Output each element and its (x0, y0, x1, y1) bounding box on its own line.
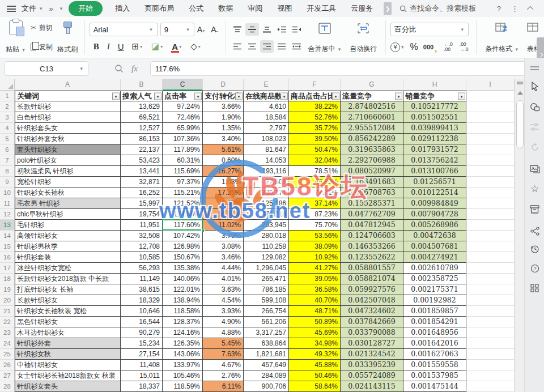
cell-B26[interactable]: 11,408 (121, 360, 163, 370)
cell-D18[interactable]: 4.01% (203, 274, 244, 284)
cell-I12[interactable] (466, 209, 515, 220)
cell-G27[interactable]: 0.055724089 (341, 370, 403, 381)
cell-H10[interactable]: 0.010122514 (403, 188, 466, 198)
cell-H22[interactable]: 0.001854291 (403, 317, 466, 327)
cell-F5[interactable]: 39.50% (289, 134, 341, 144)
cell-A8[interactable]: 初秋温柔风 针织衫 (15, 166, 121, 177)
file-menu-caret-icon[interactable]: ▾ (40, 6, 42, 11)
cell-F7[interactable]: 32.04% (289, 155, 341, 166)
cell-C19[interactable]: 122.01% (163, 284, 203, 295)
star-icon[interactable]: ☆ (529, 184, 540, 194)
cell-A19[interactable]: 打底针织衫女 长袖 (15, 284, 121, 295)
cell-F20[interactable]: 40.70% (289, 295, 341, 306)
row-header-1[interactable]: 1 (0, 91, 15, 101)
column-header-D[interactable]: D (203, 79, 244, 91)
cell-B9[interactable]: 32,871 (121, 177, 163, 188)
cell-G8[interactable]: 0.080520997 (341, 166, 403, 177)
cell-F25[interactable]: 49.32% (289, 349, 341, 360)
cell-I2[interactable] (466, 101, 515, 112)
cell-E20[interactable]: 599,108 (244, 295, 289, 306)
cell-I3[interactable] (466, 112, 515, 123)
cell-I13[interactable] (466, 220, 515, 231)
cell-D14[interactable]: 3.79% (203, 231, 244, 241)
cell-E18[interactable]: 265,471 (244, 274, 289, 284)
column-header-A[interactable]: A (15, 79, 121, 91)
main-menu-icon[interactable] (7, 6, 16, 12)
cell-C23[interactable]: 124.16% (163, 327, 203, 338)
cell-H9[interactable]: 0.01256571 (403, 177, 466, 188)
cell-B10[interactable]: 16,252 (121, 188, 163, 198)
cell-D7[interactable]: 0.60% (203, 155, 244, 166)
cell-G24[interactable]: 0.030128727 (341, 338, 403, 349)
formula-input[interactable]: 117.6% (150, 61, 525, 76)
pointer-icon[interactable] (529, 81, 540, 92)
cell-A17[interactable]: 冰丝针织衫女宽松 (15, 263, 121, 274)
cell-F9[interactable]: 45.89% (289, 177, 341, 188)
cell-H25[interactable]: 0.001627063 (403, 349, 466, 360)
borders-button[interactable]: ⊞▾ (132, 41, 144, 52)
tab-cloud[interactable]: 云服务 (351, 3, 373, 14)
copy-button[interactable]: 复制 (31, 40, 53, 54)
header-cell-D[interactable]: 支付转化率▾ (203, 91, 244, 101)
cell-B16[interactable]: 10,585 (121, 252, 163, 263)
cell-I8[interactable] (466, 166, 515, 177)
cell-A27[interactable]: 女士针织衫长袖2018新款女 秋装 (15, 370, 121, 381)
cell-D25[interactable]: 7.63% (203, 349, 244, 360)
shapes-icon[interactable] (529, 101, 540, 112)
cell-D11[interactable]: 6.43% (203, 198, 244, 209)
cell-E9[interactable]: 27,509 (244, 177, 289, 188)
cell-I24[interactable] (466, 338, 515, 349)
cell-F13[interactable]: 75.70% (289, 220, 341, 231)
filter-button[interactable]: ▾ (395, 92, 402, 100)
merge-center-button[interactable]: 合并居中 ▾ (308, 21, 342, 54)
cell-D27[interactable]: 2.76% (203, 370, 244, 381)
cell-A3[interactable]: 白色针织衫 (15, 112, 121, 123)
cell-B23[interactable]: 90,279 (121, 327, 163, 338)
cell-F10[interactable]: 77.71% (289, 188, 341, 198)
cell-E21[interactable]: 266,754 (244, 306, 289, 317)
row-header-3[interactable]: 3 (0, 112, 15, 123)
cell-I20[interactable] (466, 295, 515, 306)
filter-button[interactable]: ▾ (458, 92, 465, 100)
row-header-26[interactable]: 26 (0, 360, 15, 370)
cell-F26[interactable]: 45.88% (289, 360, 341, 370)
cell-F24[interactable]: 34.98% (289, 338, 341, 349)
cell-A12[interactable]: chic早秋针织衫 (15, 209, 121, 220)
cell-A2[interactable]: 长款针织衫 (15, 101, 121, 112)
cell-D3[interactable]: 1.90% (203, 112, 244, 123)
header-cell-B[interactable]: 搜索人气▾ (121, 91, 163, 101)
font-color-button[interactable]: A▾ (172, 42, 182, 52)
cell-B5[interactable]: 86,153 (121, 134, 163, 144)
row-header-8[interactable]: 8 (0, 166, 15, 177)
cell-D23[interactable]: 4.88% (203, 327, 244, 338)
cell-B17[interactable]: 56,293 (121, 263, 163, 274)
underline-button[interactable]: U (118, 42, 124, 52)
column-header-H[interactable]: H (403, 79, 466, 91)
cell-C2[interactable]: 97.24% (163, 101, 203, 112)
cell-F6[interactable]: 50.47% (289, 144, 341, 155)
cell-C27[interactable]: 105.46% (163, 370, 203, 381)
cell-C5[interactable]: 107.36% (163, 134, 203, 144)
cell-D2[interactable]: 3.66% (203, 101, 244, 112)
decrease-font-button[interactable]: A- (211, 25, 218, 34)
tab-data[interactable]: 数据 (218, 3, 233, 14)
cell-E11[interactable]: 125,186 (244, 198, 289, 209)
cell-B25[interactable]: 27,154 (121, 349, 163, 360)
column-header-F[interactable]: F (289, 79, 341, 91)
paste-button[interactable]: 粘贴 ▾ (6, 20, 26, 54)
fx-icon[interactable]: fx (131, 64, 138, 74)
thousands-separator-button[interactable]: 000, (423, 44, 434, 50)
cell-H17[interactable]: 0.002610789 (403, 263, 466, 274)
cell-C20[interactable]: 138.94% (163, 295, 203, 306)
scroll-up-icon[interactable] (517, 91, 523, 95)
header-cell-E[interactable]: 在线商品数▾ (244, 91, 289, 101)
cell-D19[interactable]: 3.63% (203, 284, 244, 295)
row-header-2[interactable]: 2 (0, 101, 15, 112)
cell-F8[interactable]: 78.51% (289, 166, 341, 177)
cell-B20[interactable]: 18,329 (121, 295, 163, 306)
cell-G2[interactable]: 2.874802516 (341, 101, 403, 112)
cell-G17[interactable]: 0.058801557 (341, 263, 403, 274)
header-cell-A[interactable]: 关键词▾ (15, 91, 121, 101)
cell-A10[interactable]: 针织衫女长袖秋 (15, 188, 121, 198)
magnifier-icon[interactable] (114, 64, 124, 73)
